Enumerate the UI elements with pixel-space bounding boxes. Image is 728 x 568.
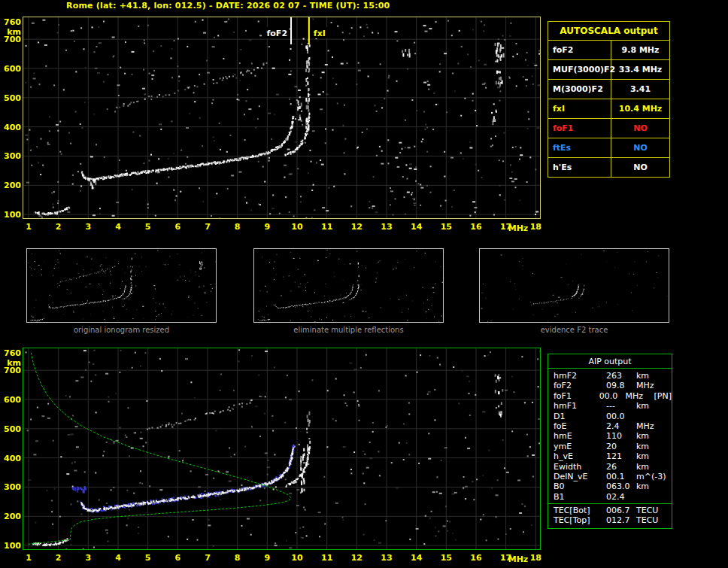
autoscala-parameter-value: 33.4 MHz (611, 65, 669, 74)
x-axis-tick-label: 18 (527, 553, 544, 563)
x-axis-tick-label: 2 (50, 553, 67, 563)
autoscala-parameter-label: M(3000)F2 (548, 80, 611, 99)
y-axis-tick-label: 100 (1, 541, 21, 551)
x-axis-tick-label: 8 (229, 553, 246, 563)
y-axis-tick-label: 200 (1, 181, 21, 190)
aip-row: hmF2263km (548, 371, 672, 381)
x-axis-tick-label: 13 (378, 222, 395, 232)
station-date-time-title: Rome (lat: +41.8, lon: 012.5) - DATE: 20… (66, 1, 390, 11)
x-axis-tick-label: 14 (408, 222, 425, 232)
aip-parameter-label: DelN_vE (554, 472, 606, 481)
autoscala-row: MUF(3000)F233.4 MHz (548, 59, 669, 79)
y-axis-tick-label: 600 (1, 64, 21, 74)
aip-parameter-unit: km (636, 462, 669, 472)
autoscala-table-title: AUTOSCALA output (548, 22, 669, 40)
aip-parameter-value: 110 (606, 431, 636, 441)
x-axis-tick-label: 5 (140, 222, 156, 232)
autoscala-row: foF1NO (548, 118, 669, 138)
aip-parameter-value: 2.4 (606, 421, 636, 431)
thumbnail-f2-trace-evidence (479, 248, 669, 323)
aip-parameter-value: 20 (606, 442, 636, 451)
aip-parameter-label: B1 (554, 492, 606, 502)
autoscala-row: ftEsNO (548, 138, 669, 157)
autoscala-parameter-label: fxI (548, 99, 611, 118)
thumbnail-original-canvas (27, 249, 216, 322)
autoscala-parameter-value: 9.8 MHz (611, 45, 669, 55)
aip-parameter-label: hmF1 (554, 401, 606, 411)
thumbnail-caption-f2: evidence F2 trace (479, 326, 669, 334)
x-axis-tick-label: 10 (289, 222, 305, 232)
y-axis-unit-label: km (1, 27, 21, 37)
aip-row: D100.0 (548, 412, 672, 421)
aip-row: foE2.4MHz (548, 421, 672, 431)
restored-ionogram-plot (23, 348, 541, 550)
aip-parameter-label: B0 (554, 481, 606, 491)
x-axis-tick-label: 2 (50, 222, 67, 232)
aip-parameter-value: 006.7 (606, 506, 636, 515)
thumbnail-original-ionogram (26, 248, 217, 323)
aip-row: hmF1---km (548, 401, 672, 411)
x-axis-tick-label: 1 (20, 222, 37, 232)
aip-parameter-value: 063.0 (606, 481, 636, 491)
aip-parameter-unit: km (636, 431, 669, 441)
aip-parameter-value: 26 (606, 462, 636, 472)
svg-text:fxI: fxI (314, 29, 326, 38)
aip-parameter-unit (636, 492, 669, 502)
x-axis-tick-label: 6 (169, 553, 186, 563)
aip-parameter-unit: km (636, 371, 669, 381)
x-axis-tick-label: 3 (80, 553, 96, 563)
x-axis-tick-label: 10 (289, 553, 305, 563)
aip-parameter-value: 012.7 (606, 515, 636, 525)
restored-ionogram-canvas (23, 348, 540, 549)
aip-parameter-value: 263 (606, 371, 636, 381)
y-axis-tick-label: 100 (1, 210, 21, 220)
thumbnail-reflections-canvas (254, 249, 443, 322)
x-axis-tick-label: 13 (378, 553, 395, 563)
aip-parameter-label: foF1 (554, 391, 599, 401)
autoscala-parameter-value: 3.41 (611, 84, 669, 94)
x-axis-tick-label: 4 (110, 553, 126, 563)
x-axis-tick-label: 16 (468, 222, 484, 232)
autoscala-parameter-value: NO (611, 163, 669, 172)
autoscala-table-body: foF29.8 MHzMUF(3000)F233.4 MHzM(3000)F23… (548, 40, 669, 177)
x-axis-unit-label: MHz (507, 223, 529, 233)
aip-parameter-value: 02.4 (606, 492, 636, 502)
aip-parameter-label: ymE (554, 442, 606, 451)
aip-table-body: hmF2263kmfoF209.8MHzfoF100.0MHz[PN]hmF1-… (548, 371, 672, 502)
ionogram-plot: foF2fxI (23, 17, 541, 219)
aip-parameter-value: 00.0 (606, 412, 636, 421)
y-axis-tick-label: 760 (1, 17, 21, 27)
autoscala-row: foF29.8 MHz (548, 40, 669, 59)
x-axis-tick-label: 8 (229, 222, 246, 232)
x-axis-tick-label: 7 (199, 553, 216, 563)
y-axis-unit-label: km (1, 358, 21, 368)
aip-parameter-unit: MHz (636, 381, 669, 390)
aip-row: h_vE121km (548, 451, 672, 461)
x-axis-tick-label: 18 (527, 222, 544, 232)
aip-parameter-note: [PN] (654, 391, 672, 401)
thumbnail-caption-reflections: eliminate multiple reflections (253, 326, 444, 334)
aip-row: B0063.0km (548, 481, 672, 491)
autoscala-window: Rome (lat: +41.8, lon: 012.5) - DATE: 20… (0, 0, 728, 568)
x-axis-tick-label: 14 (408, 553, 425, 563)
x-axis-tick-label: 11 (319, 222, 335, 232)
x-axis-tick-label: 15 (438, 222, 454, 232)
y-axis-tick-label: 400 (1, 123, 21, 132)
autoscala-parameter-value: NO (611, 143, 669, 153)
aip-parameter-label: TEC[Bot] (554, 506, 606, 515)
x-axis-tick-label: 11 (319, 553, 335, 563)
aip-parameter-label: hmE (554, 431, 606, 441)
x-axis-tick-label: 7 (199, 222, 216, 232)
autoscala-row: h'EsNO (548, 157, 669, 177)
x-axis-tick-label: 1 (20, 553, 37, 563)
thumbnail-caption-original: original ionogram resized (26, 326, 217, 334)
x-axis-unit-label: MHz (507, 554, 529, 564)
aip-parameter-unit: km (636, 442, 669, 451)
thumbnail-multiple-reflections-removed (253, 248, 444, 323)
y-axis-tick-label: 300 (1, 482, 21, 492)
aip-output-table: AIP output hmF2263kmfoF209.8MHzfoF100.0M… (548, 354, 672, 529)
x-axis-tick-label: 6 (169, 222, 186, 232)
aip-parameter-label: D1 (554, 412, 606, 421)
aip-parameter-unit: km (636, 401, 669, 411)
aip-table-title: AIP output (548, 354, 672, 369)
